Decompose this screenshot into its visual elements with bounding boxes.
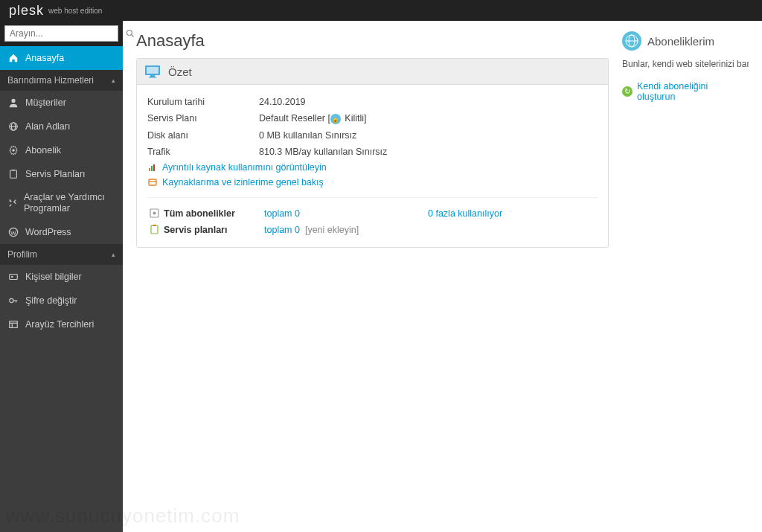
svg-point-6	[12, 149, 15, 152]
stat-label: Servis planları	[164, 225, 264, 235]
sidebar-section-hosting[interactable]: Barındırma Hizmetleri ▴	[0, 70, 123, 91]
stat-total-link[interactable]: toplam 0	[264, 208, 300, 219]
globe-icon	[7, 121, 19, 132]
side-panel-title: Aboneliklerim	[622, 31, 749, 51]
svg-rect-23	[149, 168, 150, 171]
key-icon	[7, 295, 19, 307]
sidebar-item-wordpress[interactable]: WordPress	[0, 220, 123, 244]
sidebar-item-home[interactable]: Anasayfa	[0, 46, 123, 70]
svg-point-13	[10, 298, 13, 302]
svg-rect-7	[10, 170, 17, 179]
sidebar-item-label: Abonelik	[25, 145, 61, 156]
sidebar-item-label: Kişisel bilgiler	[25, 272, 82, 282]
sidebar-item-domains[interactable]: Alan Adları	[0, 115, 123, 138]
svg-rect-22	[149, 77, 156, 78]
info-label: Trafik	[147, 147, 259, 157]
svg-rect-21	[150, 75, 155, 77]
link-detailed-usage[interactable]: Ayrıntılı kaynak kullanımını görüntüleyi…	[147, 160, 598, 175]
info-row-disk: Disk alanı 0 MB kullanılan Sınırsız	[147, 127, 598, 144]
svg-rect-25	[153, 164, 155, 171]
sidebar-item-personal[interactable]: Kişisel bilgiler	[0, 265, 123, 289]
layout-icon	[7, 318, 19, 330]
stat-total-link[interactable]: toplam 0	[264, 225, 300, 235]
sidebar-section-label: Profilim	[7, 249, 37, 260]
monitor-icon	[144, 65, 161, 78]
home-icon	[7, 52, 19, 64]
info-value: 810.3 MB/ay kullanılan Sınırsız	[259, 147, 387, 157]
gear-icon	[7, 144, 19, 156]
stat-row-subscriptions: Tüm abonelikler toplam 0 0 fazla kullanı…	[147, 205, 598, 222]
sidebar-item-label: Servis Planları	[25, 169, 86, 179]
info-value: 24.10.2019	[259, 97, 306, 107]
link-text[interactable]: Kendi aboneliğini oluşturun	[637, 81, 749, 102]
info-row-service-plan: Servis Planı Default Reseller [🔒 Kilitli…	[147, 110, 598, 127]
link-text[interactable]: Kaynaklarıma ve izinlerime genel bakış	[162, 177, 324, 188]
sidebar-item-label: Müşteriler	[25, 97, 66, 108]
sidebar-item-interface[interactable]: Arayüz Tercihleri	[0, 313, 123, 336]
stat-extra-link[interactable]: 0 fazla kullanılıyor	[428, 208, 502, 219]
subscriptions-side-panel: Aboneliklerim Bunlar, kendi web siteleri…	[622, 31, 749, 522]
info-value: 0 MB kullanılan Sınırsız	[259, 130, 356, 141]
refresh-icon: ↻	[622, 86, 633, 97]
search-box[interactable]	[4, 25, 118, 42]
chevron-up-icon: ▴	[112, 77, 115, 84]
side-panel-heading: Aboneliklerim	[647, 35, 714, 48]
link-permissions-overview[interactable]: Kaynaklarıma ve izinlerime genel bakış	[147, 175, 598, 190]
svg-rect-26	[149, 179, 156, 185]
subscriptions-icon	[147, 208, 161, 218]
stat-add-new[interactable]: [yeni ekleyin]	[305, 225, 359, 235]
svg-rect-16	[10, 321, 18, 328]
stat-label: Tüm abonelikler	[164, 208, 264, 219]
clipboard-icon	[7, 168, 19, 180]
summary-panel: Özet Kurulum tarihi 24.10.2019 Servis Pl…	[136, 58, 609, 248]
chevron-up-icon: ▴	[112, 251, 115, 258]
separator	[147, 197, 598, 198]
sidebar-item-service-plans[interactable]: Servis Planları	[0, 162, 123, 186]
info-label: Kurulum tarihi	[147, 97, 259, 107]
plans-icon	[147, 225, 161, 234]
search-input[interactable]	[5, 28, 126, 39]
sidebar-item-label: WordPress	[25, 227, 71, 237]
svg-point-29	[153, 212, 156, 215]
page-title: Anasayfa	[136, 31, 609, 51]
info-row-install-date: Kurulum tarihi 24.10.2019	[147, 94, 598, 110]
svg-rect-11	[10, 275, 18, 280]
svg-rect-24	[151, 166, 153, 171]
info-label: Disk alanı	[147, 130, 259, 141]
lock-icon: 🔒	[330, 114, 341, 124]
sidebar-item-subscription[interactable]: Abonelik	[0, 138, 123, 162]
service-plan-prefix: Default Reseller [	[259, 113, 330, 124]
card-icon	[147, 177, 158, 188]
svg-rect-8	[12, 170, 15, 171]
summary-panel-header: Özet	[137, 59, 608, 85]
svg-point-2	[11, 99, 15, 103]
tools-icon	[7, 197, 18, 209]
search-wrap	[0, 21, 123, 46]
sidebar-item-tools[interactable]: Araçlar ve Yardımcı Programlar	[0, 186, 123, 220]
link-text[interactable]: Ayrıntılı kaynak kullanımını görüntüleyi…	[162, 162, 327, 173]
wordpress-icon	[7, 226, 19, 238]
stat-row-plans: Servis planları toplam 0 [yeni ekleyin]	[147, 222, 598, 238]
create-subscription-link[interactable]: ↻ Kendi aboneliğini oluşturun	[622, 81, 749, 102]
person-icon	[7, 97, 19, 109]
brand-logo: plesk	[9, 3, 44, 19]
sidebar-item-customers[interactable]: Müşteriler	[0, 91, 123, 115]
sidebar-item-label: Alan Adları	[25, 121, 70, 132]
sidebar-section-profile[interactable]: Profilim ▴	[0, 244, 123, 265]
info-label: Servis Planı	[147, 113, 259, 124]
sidebar-section-label: Barındırma Hizmetleri	[7, 75, 94, 86]
info-value: Default Reseller [🔒 Kilitli]	[259, 113, 367, 124]
sidebar-item-label: Arayüz Tercihleri	[25, 319, 94, 330]
service-plan-locked: Kilitli]	[345, 113, 366, 124]
svg-rect-30	[151, 225, 158, 234]
info-row-traffic: Trafik 810.3 MB/ay kullanılan Sınırsız	[147, 144, 598, 160]
svg-rect-20	[147, 67, 159, 74]
summary-heading: Özet	[168, 65, 192, 78]
svg-point-12	[11, 276, 13, 278]
sidebar-item-password[interactable]: Şifre değiştir	[0, 289, 123, 313]
side-panel-text: Bunlar, kendi web sitelerinizi barı	[622, 58, 749, 71]
svg-line-9	[10, 205, 12, 207]
sidebar-item-label: Şifre değiştir	[25, 295, 77, 306]
sidebar-item-label: Anasayfa	[25, 53, 64, 63]
main-content: Anasayfa Özet Kurulum tarihi 24.10.2019 …	[123, 21, 762, 532]
